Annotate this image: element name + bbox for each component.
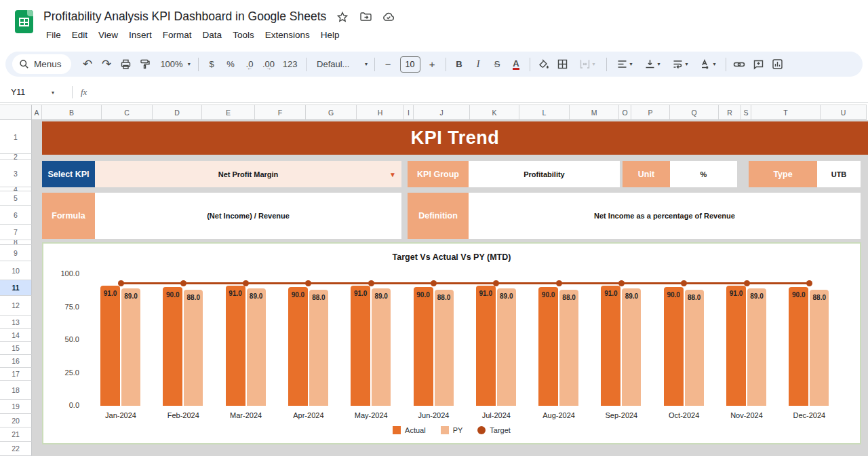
star-icon[interactable] xyxy=(336,10,349,24)
horizontal-align-button[interactable]: ▾ xyxy=(611,55,638,73)
row-header-20[interactable]: 20 xyxy=(0,414,32,428)
borders-button[interactable] xyxy=(553,55,572,73)
increase-decimal-button[interactable]: .00 → xyxy=(260,55,278,73)
kpi-group-value-cell[interactable]: Profitability xyxy=(469,161,620,187)
column-header-E[interactable]: E xyxy=(202,104,255,120)
row-header-14[interactable]: 14 xyxy=(0,329,32,342)
column-header-J[interactable]: J xyxy=(414,104,470,120)
row-header-7[interactable]: 7 xyxy=(0,225,32,240)
format-percent-button[interactable]: % xyxy=(222,55,240,73)
select-kpi-dropdown-arrow-icon[interactable]: ▼ xyxy=(389,170,396,178)
insert-comment-button[interactable] xyxy=(749,55,768,73)
kpi-group-label-cell[interactable]: KPI Group xyxy=(408,161,469,187)
column-header-Q[interactable]: Q xyxy=(670,104,719,120)
increase-font-size-button[interactable]: + xyxy=(423,55,441,73)
row-header-17[interactable]: 17 xyxy=(0,368,32,381)
print-button[interactable] xyxy=(117,55,135,73)
column-header-M[interactable]: M xyxy=(570,104,619,120)
fill-color-button[interactable] xyxy=(534,55,553,73)
column-header-P[interactable]: P xyxy=(631,104,670,120)
insert-chart-button[interactable] xyxy=(768,55,787,73)
column-header-D[interactable]: D xyxy=(153,104,202,120)
row-header-8[interactable]: 8 xyxy=(0,240,32,245)
bold-button[interactable]: B xyxy=(450,55,469,73)
menu-view[interactable]: View xyxy=(93,28,123,42)
type-label-cell[interactable]: Type xyxy=(749,161,817,187)
menus-search-button[interactable]: Menus xyxy=(12,54,71,74)
menu-edit[interactable]: Edit xyxy=(66,28,93,42)
unit-value-cell[interactable]: % xyxy=(670,161,737,187)
menu-tools[interactable]: Tools xyxy=(227,28,260,42)
row-header-16[interactable]: 16 xyxy=(0,355,32,368)
merge-cells-button[interactable]: ▾ xyxy=(572,55,602,73)
column-header-L[interactable]: L xyxy=(519,104,570,120)
definition-value-cell[interactable]: Net Income as a percentage of Revenue xyxy=(469,193,861,239)
row-header-21[interactable]: 21 xyxy=(0,428,32,442)
column-header-T[interactable]: T xyxy=(751,104,821,120)
kpi-trend-banner-cell[interactable]: KPI Trend xyxy=(42,121,868,155)
select-kpi-dropdown[interactable]: Net Profit Margin ▼ xyxy=(95,161,401,187)
font-size-input[interactable]: 10 xyxy=(400,56,420,73)
column-header-R[interactable]: R xyxy=(719,104,741,120)
select-all-corner[interactable] xyxy=(0,104,32,120)
menu-extensions[interactable]: Extensions xyxy=(260,28,315,42)
row-header-2[interactable]: 2 xyxy=(0,154,32,160)
row-header-10[interactable]: 10 xyxy=(0,261,32,280)
column-header-O[interactable]: O xyxy=(619,104,631,120)
column-header-G[interactable]: G xyxy=(306,104,357,120)
formula-value-cell[interactable]: (Net Income) / Revenue xyxy=(95,193,401,239)
type-value-cell[interactable]: UTB xyxy=(817,161,861,187)
sheet-canvas[interactable]: KPI Trend Select KPI Net Profit Margin ▼… xyxy=(32,120,868,456)
row-header-9[interactable]: 9 xyxy=(0,245,32,261)
menu-format[interactable]: Format xyxy=(157,28,197,42)
row-header-3[interactable]: 3 xyxy=(0,160,32,187)
row-header-5[interactable]: 5 xyxy=(0,191,32,206)
row-header-6[interactable]: 6 xyxy=(0,206,32,225)
italic-button[interactable]: I xyxy=(469,55,488,73)
row-header-12[interactable]: 12 xyxy=(0,296,32,316)
menu-data[interactable]: Data xyxy=(197,28,228,42)
row-header-13[interactable]: 13 xyxy=(0,316,32,329)
row-header-18[interactable]: 18 xyxy=(0,381,32,400)
definition-label-cell[interactable]: Definition xyxy=(408,193,469,239)
name-box-dropdown-icon[interactable]: ▾ xyxy=(52,90,72,96)
format-currency-button[interactable]: $ xyxy=(203,55,221,73)
row-header-22[interactable]: 22 xyxy=(0,442,32,456)
column-header-K[interactable]: K xyxy=(470,104,519,120)
number-format-button[interactable]: 123 xyxy=(279,55,302,73)
text-color-button[interactable]: A xyxy=(507,55,526,73)
zoom-select[interactable]: 100% ▾ xyxy=(155,55,194,73)
insert-link-button[interactable] xyxy=(730,55,749,73)
strikethrough-button[interactable]: S xyxy=(488,55,507,73)
menu-file[interactable]: File xyxy=(41,28,66,42)
row-header-15[interactable]: 15 xyxy=(0,342,32,355)
font-select[interactable]: Defaul... ▾ xyxy=(311,55,370,73)
column-header-U[interactable]: U xyxy=(821,104,867,120)
cloud-saved-icon[interactable] xyxy=(382,10,395,24)
row-header-1[interactable]: 1 xyxy=(0,120,32,154)
row-header-19[interactable]: 19 xyxy=(0,400,32,414)
paint-format-button[interactable] xyxy=(136,55,154,73)
formula-label-cell[interactable]: Formula xyxy=(42,193,95,239)
google-sheets-logo-icon[interactable] xyxy=(15,10,33,33)
column-header-S[interactable]: S xyxy=(741,104,751,120)
name-box[interactable]: Y11 xyxy=(0,88,52,97)
kpi-trend-chart[interactable]: Target Vs Actual Vs PY (MTD) ActualPYTar… xyxy=(42,242,861,444)
column-header-F[interactable]: F xyxy=(255,104,306,120)
decrease-font-size-button[interactable]: − xyxy=(379,55,397,73)
move-to-folder-icon[interactable] xyxy=(359,10,372,24)
select-kpi-label-cell[interactable]: Select KPI xyxy=(42,161,95,187)
column-header-C[interactable]: C xyxy=(102,104,153,120)
menu-help[interactable]: Help xyxy=(315,28,345,42)
text-wrap-button[interactable]: ▾ xyxy=(667,55,694,73)
row-header-11[interactable]: 11 xyxy=(0,280,32,296)
unit-label-cell[interactable]: Unit xyxy=(623,161,670,187)
menu-insert[interactable]: Insert xyxy=(123,28,157,42)
undo-button[interactable]: ↶ xyxy=(79,55,97,73)
column-header-I[interactable]: I xyxy=(404,104,414,120)
decrease-decimal-button[interactable]: .0 ← xyxy=(241,55,259,73)
redo-button[interactable]: ↷ xyxy=(98,55,116,73)
column-header-B[interactable]: B xyxy=(42,104,102,120)
text-rotation-button[interactable]: ▾ xyxy=(694,55,722,73)
column-header-A[interactable]: A xyxy=(32,104,42,120)
